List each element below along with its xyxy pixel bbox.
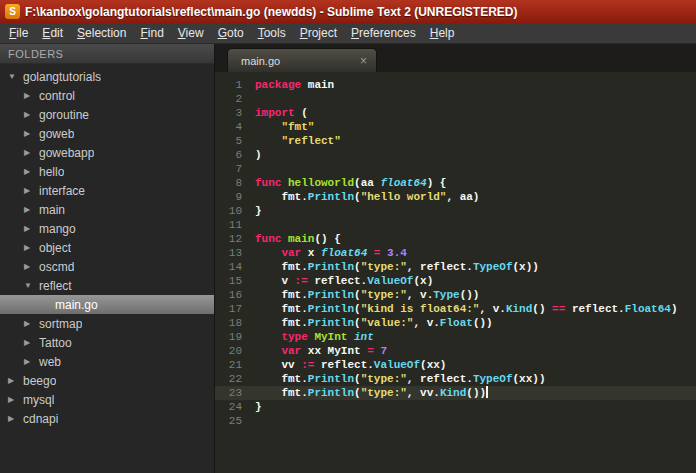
main-area: FOLDERS ▼golangtutorials▶control▶gorouti… xyxy=(0,44,696,473)
code-line-8[interactable]: 8func helloworld(aa float64) { xyxy=(215,176,696,190)
code-line-23[interactable]: 23 fmt.Println("type:", vv.Kind()) xyxy=(215,386,696,400)
tree-item-label: goroutine xyxy=(39,108,89,122)
menu-project[interactable]: Project xyxy=(293,24,344,42)
code-text: ) xyxy=(255,148,696,162)
code-line-25[interactable]: 25 xyxy=(215,414,696,428)
menu-file[interactable]: File xyxy=(2,24,35,42)
code-line-19[interactable]: 19 type MyInt int xyxy=(215,330,696,344)
code-text: vv := reflect.ValueOf(xx) xyxy=(255,358,696,372)
tree-item-main[interactable]: ▶main xyxy=(0,200,214,219)
menu-help[interactable]: Help xyxy=(423,24,462,42)
tree-item-label: cdnapi xyxy=(23,412,58,426)
tree-item-main-go[interactable]: main.go xyxy=(0,295,214,314)
code-editor[interactable]: 1package main23import (4 "fmt"5 "reflect… xyxy=(215,72,696,473)
tree-item-cdnapi[interactable]: ▶cdnapi xyxy=(0,409,214,428)
tree-collapsed-arrow-icon[interactable]: ▶ xyxy=(24,186,39,195)
tree-item-object[interactable]: ▶object xyxy=(0,238,214,257)
code-line-9[interactable]: 9 fmt.Println("hello world", aa) xyxy=(215,190,696,204)
tab-main-go[interactable]: main.go × xyxy=(227,48,377,72)
tree-item-hello[interactable]: ▶hello xyxy=(0,162,214,181)
tree-item-interface[interactable]: ▶interface xyxy=(0,181,214,200)
tree-collapsed-arrow-icon[interactable]: ▶ xyxy=(24,243,39,252)
code-line-2[interactable]: 2 xyxy=(215,92,696,106)
tree-item-control[interactable]: ▶control xyxy=(0,86,214,105)
tree-collapsed-arrow-icon[interactable]: ▶ xyxy=(24,319,39,328)
tree-item-sortmap[interactable]: ▶sortmap xyxy=(0,314,214,333)
menu-selection[interactable]: Selection xyxy=(70,24,133,42)
code-line-5[interactable]: 5 "reflect" xyxy=(215,134,696,148)
code-line-20[interactable]: 20 var xx MyInt = 7 xyxy=(215,344,696,358)
line-number: 9 xyxy=(215,190,255,204)
code-line-4[interactable]: 4 "fmt" xyxy=(215,120,696,134)
tab-bar: main.go × xyxy=(215,44,696,72)
code-line-18[interactable]: 18 fmt.Println("value:", v.Float()) xyxy=(215,316,696,330)
line-number: 20 xyxy=(215,344,255,358)
code-text: func helloworld(aa float64) { xyxy=(255,176,696,190)
code-text: fmt.Println("type:", vv.Kind()) xyxy=(255,386,696,400)
menu-view[interactable]: View xyxy=(171,24,211,42)
tree-item-label: hello xyxy=(39,165,64,179)
title-bar[interactable]: S F:\kanbox\golangtutorials\reflect\main… xyxy=(0,0,696,23)
tree-item-golangtutorials[interactable]: ▼golangtutorials xyxy=(0,67,214,86)
tree-item-beego[interactable]: ▶beego xyxy=(0,371,214,390)
tree-collapsed-arrow-icon[interactable]: ▶ xyxy=(24,91,39,100)
tree-item-goweb[interactable]: ▶goweb xyxy=(0,124,214,143)
window-title: F:\kanbox\golangtutorials\reflect\main.g… xyxy=(25,5,518,19)
tree-item-tattoo[interactable]: ▶Tattoo xyxy=(0,333,214,352)
code-text: var x float64 = 3.4 xyxy=(255,246,696,260)
tree-collapsed-arrow-icon[interactable]: ▶ xyxy=(24,167,39,176)
code-line-12[interactable]: 12func main() { xyxy=(215,232,696,246)
code-line-13[interactable]: 13 var x float64 = 3.4 xyxy=(215,246,696,260)
code-line-10[interactable]: 10} xyxy=(215,204,696,218)
tab-close-icon[interactable]: × xyxy=(360,55,367,67)
tree-collapsed-arrow-icon[interactable]: ▶ xyxy=(24,205,39,214)
tree-collapsed-arrow-icon[interactable]: ▶ xyxy=(24,148,39,157)
code-line-1[interactable]: 1package main xyxy=(215,78,696,92)
line-number: 1 xyxy=(215,78,255,92)
menu-goto[interactable]: Goto xyxy=(211,24,251,42)
code-text: } xyxy=(255,400,696,414)
tree-item-label: interface xyxy=(39,184,85,198)
tree-item-web[interactable]: ▶web xyxy=(0,352,214,371)
tree-collapsed-arrow-icon[interactable]: ▶ xyxy=(24,129,39,138)
menu-edit[interactable]: Edit xyxy=(35,24,70,42)
menu-find[interactable]: Find xyxy=(133,24,170,42)
code-line-17[interactable]: 17 fmt.Println("kind is float64:", v.Kin… xyxy=(215,302,696,316)
tree-item-label: mango xyxy=(39,222,76,236)
code-line-22[interactable]: 22 fmt.Println("type:", reflect.TypeOf(x… xyxy=(215,372,696,386)
tree-collapsed-arrow-icon[interactable]: ▶ xyxy=(24,357,39,366)
tree-collapsed-arrow-icon[interactable]: ▶ xyxy=(8,376,23,385)
code-line-14[interactable]: 14 fmt.Println("type:", reflect.TypeOf(x… xyxy=(215,260,696,274)
tree-collapsed-arrow-icon[interactable]: ▶ xyxy=(8,395,23,404)
code-line-15[interactable]: 15 v := reflect.ValueOf(x) xyxy=(215,274,696,288)
code-line-11[interactable]: 11 xyxy=(215,218,696,232)
tree-item-reflect[interactable]: ▼reflect xyxy=(0,276,214,295)
tree-collapsed-arrow-icon[interactable]: ▶ xyxy=(24,224,39,233)
tree-collapsed-arrow-icon[interactable]: ▶ xyxy=(24,110,39,119)
menu-tools[interactable]: Tools xyxy=(251,24,293,42)
tree-expanded-arrow-icon[interactable]: ▼ xyxy=(8,72,23,81)
code-text: type MyInt int xyxy=(255,330,696,344)
code-line-24[interactable]: 24} xyxy=(215,400,696,414)
tree-item-oscmd[interactable]: ▶oscmd xyxy=(0,257,214,276)
sublime-window: S F:\kanbox\golangtutorials\reflect\main… xyxy=(0,0,696,473)
code-line-7[interactable]: 7 xyxy=(215,162,696,176)
tree-collapsed-arrow-icon[interactable]: ▶ xyxy=(8,414,23,423)
tree-item-goroutine[interactable]: ▶goroutine xyxy=(0,105,214,124)
code-text: fmt.Println("hello world", aa) xyxy=(255,190,696,204)
code-line-16[interactable]: 16 fmt.Println("type:", v.Type()) xyxy=(215,288,696,302)
tree-item-mysql[interactable]: ▶mysql xyxy=(0,390,214,409)
tree-item-gowebapp[interactable]: ▶gowebapp xyxy=(0,143,214,162)
tree-expanded-arrow-icon[interactable]: ▼ xyxy=(24,281,39,290)
code-text xyxy=(255,92,696,106)
tree-collapsed-arrow-icon[interactable]: ▶ xyxy=(24,338,39,347)
code-line-21[interactable]: 21 vv := reflect.ValueOf(xx) xyxy=(215,358,696,372)
tree-item-mango[interactable]: ▶mango xyxy=(0,219,214,238)
menu-preferences[interactable]: Preferences xyxy=(344,24,423,42)
code-text: "fmt" xyxy=(255,120,696,134)
code-line-3[interactable]: 3import ( xyxy=(215,106,696,120)
line-number: 7 xyxy=(215,162,255,176)
code-line-6[interactable]: 6) xyxy=(215,148,696,162)
tree-collapsed-arrow-icon[interactable]: ▶ xyxy=(24,262,39,271)
tree-item-label: gowebapp xyxy=(39,146,94,160)
